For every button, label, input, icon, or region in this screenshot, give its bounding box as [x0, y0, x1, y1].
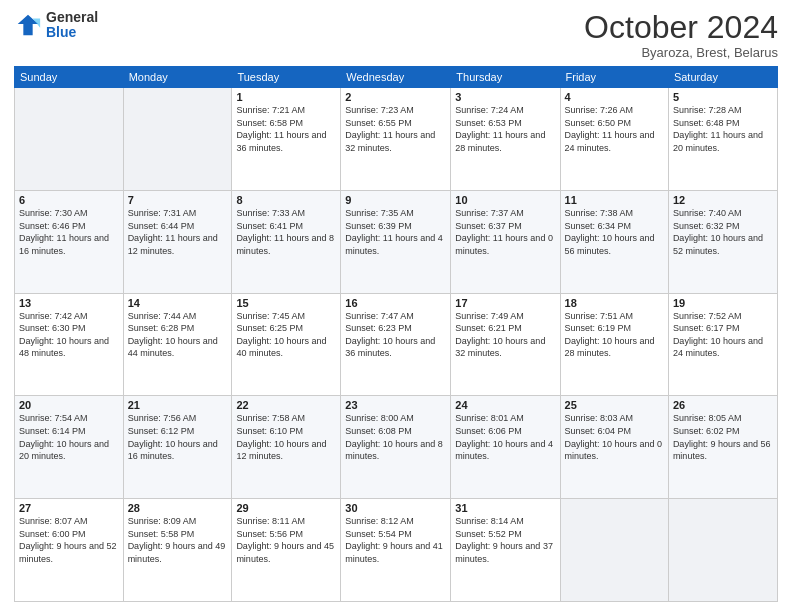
- table-row: 2Sunrise: 7:23 AM Sunset: 6:55 PM Daylig…: [341, 88, 451, 191]
- day-info: Sunrise: 7:58 AM Sunset: 6:10 PM Dayligh…: [236, 412, 336, 462]
- day-info: Sunrise: 8:09 AM Sunset: 5:58 PM Dayligh…: [128, 515, 228, 565]
- calendar-header-row: Sunday Monday Tuesday Wednesday Thursday…: [15, 67, 778, 88]
- table-row: 13Sunrise: 7:42 AM Sunset: 6:30 PM Dayli…: [15, 293, 124, 396]
- day-info: Sunrise: 7:21 AM Sunset: 6:58 PM Dayligh…: [236, 104, 336, 154]
- day-info: Sunrise: 7:24 AM Sunset: 6:53 PM Dayligh…: [455, 104, 555, 154]
- day-number: 10: [455, 194, 555, 206]
- table-row: [15, 88, 124, 191]
- table-row: 26Sunrise: 8:05 AM Sunset: 6:02 PM Dayli…: [668, 396, 777, 499]
- day-info: Sunrise: 7:49 AM Sunset: 6:21 PM Dayligh…: [455, 310, 555, 360]
- table-row: 30Sunrise: 8:12 AM Sunset: 5:54 PM Dayli…: [341, 499, 451, 602]
- month-title: October 2024: [584, 10, 778, 45]
- table-row: 19Sunrise: 7:52 AM Sunset: 6:17 PM Dayli…: [668, 293, 777, 396]
- day-info: Sunrise: 7:37 AM Sunset: 6:37 PM Dayligh…: [455, 207, 555, 257]
- day-number: 22: [236, 399, 336, 411]
- calendar-table: Sunday Monday Tuesday Wednesday Thursday…: [14, 66, 778, 602]
- table-row: 25Sunrise: 8:03 AM Sunset: 6:04 PM Dayli…: [560, 396, 668, 499]
- logo-blue-text: Blue: [46, 25, 98, 40]
- day-info: Sunrise: 8:03 AM Sunset: 6:04 PM Dayligh…: [565, 412, 664, 462]
- day-number: 19: [673, 297, 773, 309]
- day-info: Sunrise: 7:40 AM Sunset: 6:32 PM Dayligh…: [673, 207, 773, 257]
- table-row: 11Sunrise: 7:38 AM Sunset: 6:34 PM Dayli…: [560, 190, 668, 293]
- day-info: Sunrise: 8:14 AM Sunset: 5:52 PM Dayligh…: [455, 515, 555, 565]
- day-info: Sunrise: 7:23 AM Sunset: 6:55 PM Dayligh…: [345, 104, 446, 154]
- day-info: Sunrise: 7:30 AM Sunset: 6:46 PM Dayligh…: [19, 207, 119, 257]
- day-number: 17: [455, 297, 555, 309]
- table-row: 12Sunrise: 7:40 AM Sunset: 6:32 PM Dayli…: [668, 190, 777, 293]
- table-row: 18Sunrise: 7:51 AM Sunset: 6:19 PM Dayli…: [560, 293, 668, 396]
- col-saturday: Saturday: [668, 67, 777, 88]
- table-row: 10Sunrise: 7:37 AM Sunset: 6:37 PM Dayli…: [451, 190, 560, 293]
- day-info: Sunrise: 8:00 AM Sunset: 6:08 PM Dayligh…: [345, 412, 446, 462]
- day-info: Sunrise: 7:47 AM Sunset: 6:23 PM Dayligh…: [345, 310, 446, 360]
- day-number: 27: [19, 502, 119, 514]
- calendar-week-2: 6Sunrise: 7:30 AM Sunset: 6:46 PM Daylig…: [15, 190, 778, 293]
- day-number: 30: [345, 502, 446, 514]
- col-tuesday: Tuesday: [232, 67, 341, 88]
- day-number: 9: [345, 194, 446, 206]
- calendar-week-5: 27Sunrise: 8:07 AM Sunset: 6:00 PM Dayli…: [15, 499, 778, 602]
- col-wednesday: Wednesday: [341, 67, 451, 88]
- logo: General Blue: [14, 10, 98, 41]
- day-number: 23: [345, 399, 446, 411]
- day-number: 5: [673, 91, 773, 103]
- day-info: Sunrise: 7:45 AM Sunset: 6:25 PM Dayligh…: [236, 310, 336, 360]
- day-number: 1: [236, 91, 336, 103]
- day-info: Sunrise: 7:51 AM Sunset: 6:19 PM Dayligh…: [565, 310, 664, 360]
- day-info: Sunrise: 7:38 AM Sunset: 6:34 PM Dayligh…: [565, 207, 664, 257]
- table-row: 24Sunrise: 8:01 AM Sunset: 6:06 PM Dayli…: [451, 396, 560, 499]
- day-info: Sunrise: 7:35 AM Sunset: 6:39 PM Dayligh…: [345, 207, 446, 257]
- day-info: Sunrise: 7:28 AM Sunset: 6:48 PM Dayligh…: [673, 104, 773, 154]
- day-number: 13: [19, 297, 119, 309]
- table-row: [123, 88, 232, 191]
- day-number: 20: [19, 399, 119, 411]
- col-thursday: Thursday: [451, 67, 560, 88]
- table-row: 21Sunrise: 7:56 AM Sunset: 6:12 PM Dayli…: [123, 396, 232, 499]
- table-row: [560, 499, 668, 602]
- day-number: 12: [673, 194, 773, 206]
- day-info: Sunrise: 8:07 AM Sunset: 6:00 PM Dayligh…: [19, 515, 119, 565]
- col-monday: Monday: [123, 67, 232, 88]
- day-number: 28: [128, 502, 228, 514]
- day-number: 3: [455, 91, 555, 103]
- logo-icon: [14, 11, 42, 39]
- table-row: 22Sunrise: 7:58 AM Sunset: 6:10 PM Dayli…: [232, 396, 341, 499]
- header: General Blue October 2024 Byaroza, Brest…: [14, 10, 778, 60]
- table-row: 3Sunrise: 7:24 AM Sunset: 6:53 PM Daylig…: [451, 88, 560, 191]
- day-number: 29: [236, 502, 336, 514]
- day-info: Sunrise: 7:44 AM Sunset: 6:28 PM Dayligh…: [128, 310, 228, 360]
- day-number: 21: [128, 399, 228, 411]
- table-row: 5Sunrise: 7:28 AM Sunset: 6:48 PM Daylig…: [668, 88, 777, 191]
- table-row: 1Sunrise: 7:21 AM Sunset: 6:58 PM Daylig…: [232, 88, 341, 191]
- table-row: 7Sunrise: 7:31 AM Sunset: 6:44 PM Daylig…: [123, 190, 232, 293]
- calendar-week-3: 13Sunrise: 7:42 AM Sunset: 6:30 PM Dayli…: [15, 293, 778, 396]
- table-row: 4Sunrise: 7:26 AM Sunset: 6:50 PM Daylig…: [560, 88, 668, 191]
- logo-general-text: General: [46, 10, 98, 25]
- table-row: 28Sunrise: 8:09 AM Sunset: 5:58 PM Dayli…: [123, 499, 232, 602]
- day-number: 26: [673, 399, 773, 411]
- day-number: 7: [128, 194, 228, 206]
- table-row: 16Sunrise: 7:47 AM Sunset: 6:23 PM Dayli…: [341, 293, 451, 396]
- svg-marker-0: [18, 15, 39, 36]
- day-number: 15: [236, 297, 336, 309]
- table-row: 6Sunrise: 7:30 AM Sunset: 6:46 PM Daylig…: [15, 190, 124, 293]
- day-info: Sunrise: 7:31 AM Sunset: 6:44 PM Dayligh…: [128, 207, 228, 257]
- col-friday: Friday: [560, 67, 668, 88]
- col-sunday: Sunday: [15, 67, 124, 88]
- calendar-page: General Blue October 2024 Byaroza, Brest…: [0, 0, 792, 612]
- table-row: 31Sunrise: 8:14 AM Sunset: 5:52 PM Dayli…: [451, 499, 560, 602]
- day-number: 11: [565, 194, 664, 206]
- calendar-week-4: 20Sunrise: 7:54 AM Sunset: 6:14 PM Dayli…: [15, 396, 778, 499]
- logo-text: General Blue: [46, 10, 98, 41]
- table-row: [668, 499, 777, 602]
- calendar-week-1: 1Sunrise: 7:21 AM Sunset: 6:58 PM Daylig…: [15, 88, 778, 191]
- day-number: 4: [565, 91, 664, 103]
- day-info: Sunrise: 7:54 AM Sunset: 6:14 PM Dayligh…: [19, 412, 119, 462]
- table-row: 27Sunrise: 8:07 AM Sunset: 6:00 PM Dayli…: [15, 499, 124, 602]
- day-number: 14: [128, 297, 228, 309]
- day-number: 25: [565, 399, 664, 411]
- table-row: 29Sunrise: 8:11 AM Sunset: 5:56 PM Dayli…: [232, 499, 341, 602]
- day-info: Sunrise: 7:56 AM Sunset: 6:12 PM Dayligh…: [128, 412, 228, 462]
- table-row: 20Sunrise: 7:54 AM Sunset: 6:14 PM Dayli…: [15, 396, 124, 499]
- day-number: 24: [455, 399, 555, 411]
